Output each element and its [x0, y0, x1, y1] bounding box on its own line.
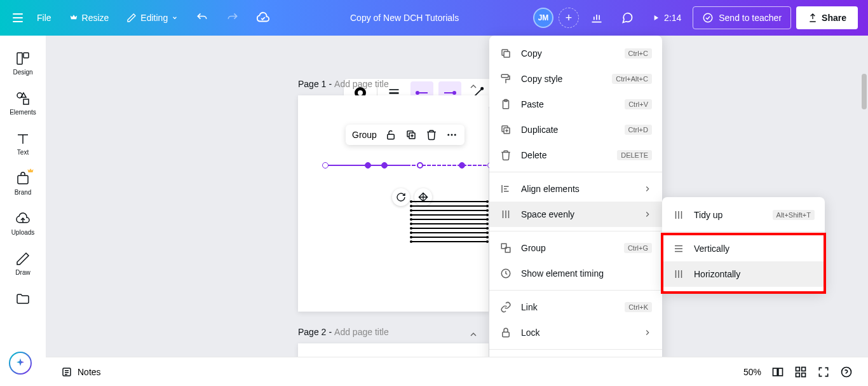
- file-menu[interactable]: File: [31, 9, 58, 27]
- menu-copy-style[interactable]: Copy style Ctrl+Alt+C: [489, 66, 662, 92]
- menu-copy[interactable]: Copy Ctrl+C: [489, 41, 662, 66]
- menu-label: Duplicate: [521, 125, 616, 135]
- lock-button[interactable]: [384, 128, 397, 141]
- design-icon: [15, 51, 31, 66]
- editing-dropdown[interactable]: Editing: [120, 9, 184, 27]
- document-title[interactable]: Copy of New DCH Tutorials: [281, 13, 528, 23]
- sidebar-label: Draw: [15, 269, 30, 276]
- menu-shortcut: DELETE: [617, 150, 652, 160]
- svg-rect-32: [503, 332, 510, 337]
- share-button[interactable]: Share: [796, 6, 858, 29]
- sidebar-item-text[interactable]: Text: [0, 126, 46, 161]
- rotate-handle[interactable]: [392, 188, 410, 206]
- notes-button[interactable]: Notes: [61, 366, 101, 378]
- submenu-tidy[interactable]: Tidy up Alt+Shift+T: [662, 202, 825, 228]
- menu-divider: [489, 231, 662, 231]
- sidebar-item-uploads[interactable]: Uploads: [0, 206, 46, 241]
- page-number: Page 1: [298, 79, 326, 89]
- lock-icon: [499, 326, 512, 339]
- text-icon: [15, 131, 31, 146]
- svg-point-23: [454, 134, 456, 136]
- undo-button[interactable]: [189, 5, 215, 31]
- svg-rect-38: [796, 373, 800, 376]
- canvas-page-2[interactable]: [298, 343, 489, 357]
- top-toolbar: File Resize Editing Copy of New DCH Tuto…: [0, 0, 868, 36]
- scrollbar-thumb[interactable]: [862, 74, 867, 109]
- add-collaborator-button[interactable]: +: [559, 8, 579, 28]
- analytics-button[interactable]: [584, 5, 609, 31]
- svg-point-21: [447, 134, 449, 136]
- menu-delete[interactable]: Delete DELETE: [489, 142, 662, 168]
- user-avatar[interactable]: JM: [533, 8, 553, 28]
- vertical-space-icon: [672, 242, 685, 255]
- comment-button[interactable]: [614, 5, 640, 31]
- menu-divider: [489, 349, 662, 350]
- sidebar-item-more[interactable]: [0, 286, 46, 312]
- menu-label: Group: [521, 243, 615, 253]
- sidebar-item-elements[interactable]: Elements: [0, 86, 46, 121]
- page-view-button[interactable]: [771, 366, 784, 378]
- page2-header[interactable]: Page 2 - Add page title: [298, 327, 489, 337]
- menu-link[interactable]: Link Ctrl+K: [489, 294, 662, 320]
- menu-lock[interactable]: Lock: [489, 320, 662, 345]
- copy-icon: [499, 47, 512, 60]
- grid-view-button[interactable]: [794, 366, 807, 378]
- more-options-button[interactable]: [445, 128, 458, 141]
- context-menu: Copy Ctrl+C Copy style Ctrl+Alt+C Paste …: [489, 36, 662, 384]
- zoom-level[interactable]: 50%: [743, 367, 761, 377]
- menu-shortcut: Ctrl+D: [625, 125, 652, 135]
- svg-point-9: [416, 91, 419, 95]
- fullscreen-button[interactable]: [817, 366, 830, 378]
- cloud-sync-button[interactable]: [250, 5, 276, 31]
- unlock-icon: [385, 129, 397, 141]
- group-icon: [499, 242, 512, 254]
- menu-button[interactable]: [10, 10, 25, 25]
- page-title-placeholder: Add page title: [334, 327, 389, 337]
- collapse-page1-button[interactable]: [468, 81, 478, 92]
- menu-label: Copy style: [521, 74, 603, 84]
- scrollbar[interactable]: [862, 74, 867, 357]
- menu-group[interactable]: Group Ctrl+G: [489, 235, 662, 261]
- group-button[interactable]: Group: [352, 130, 377, 140]
- submenu-horizontally[interactable]: Horizontally: [662, 261, 825, 287]
- page1-header[interactable]: Page 1 - Add page title: [298, 79, 489, 89]
- chevron-right-icon: [643, 184, 652, 193]
- svg-rect-6: [390, 89, 399, 90]
- magic-button[interactable]: [9, 352, 32, 375]
- menu-label: Lock: [521, 327, 634, 338]
- svg-rect-36: [796, 367, 800, 371]
- sidebar-item-draw[interactable]: Draw: [0, 246, 46, 281]
- crown-badge-icon: [27, 167, 34, 175]
- comment-icon: [621, 11, 634, 24]
- submenu-vertically[interactable]: Vertically: [662, 236, 825, 261]
- send-to-teacher-button[interactable]: Send to teacher: [693, 6, 791, 29]
- chevron-right-icon: [643, 328, 652, 337]
- canvas-area: A Page 1 - Add page title Group: [46, 36, 868, 357]
- collapse-page2-button[interactable]: [468, 329, 478, 340]
- help-button[interactable]: [840, 366, 853, 378]
- menu-label: Delete: [521, 150, 608, 160]
- svg-rect-7: [390, 92, 399, 94]
- menu-align[interactable]: Align elements: [489, 176, 662, 202]
- canvas-lines-group[interactable]: [411, 201, 487, 245]
- svg-rect-37: [802, 367, 806, 371]
- sidebar-item-brand[interactable]: Brand: [0, 166, 46, 201]
- present-button[interactable]: 2:14: [645, 9, 688, 27]
- menu-space-evenly[interactable]: Space evenly: [489, 202, 662, 227]
- redo-button[interactable]: [220, 5, 245, 31]
- duplicate-button[interactable]: [405, 128, 417, 141]
- sidebar-item-design[interactable]: Design: [0, 46, 46, 81]
- duplicate-icon: [405, 129, 417, 141]
- menu-paste[interactable]: Paste Ctrl+V: [489, 92, 662, 117]
- selection-bounds[interactable]: [325, 162, 491, 169]
- dots-icon: [446, 129, 458, 141]
- menu-duplicate[interactable]: Duplicate Ctrl+D: [489, 117, 662, 142]
- resize-button[interactable]: Resize: [63, 9, 116, 27]
- page-number: Page 2: [298, 327, 326, 337]
- chevron-up-icon: [468, 81, 478, 92]
- svg-point-12: [452, 91, 456, 95]
- menu-timing[interactable]: Show element timing: [489, 261, 662, 286]
- delete-button[interactable]: [425, 128, 438, 141]
- notes-label: Notes: [78, 367, 101, 377]
- sidebar-label: Design: [13, 69, 32, 76]
